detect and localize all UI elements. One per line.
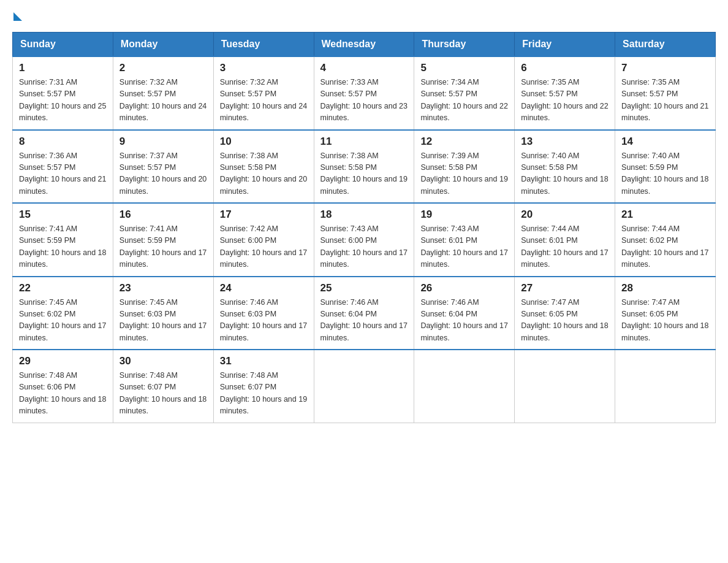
calendar-cell: 5 Sunrise: 7:34 AMSunset: 5:57 PMDayligh…	[414, 56, 515, 130]
calendar-cell: 3 Sunrise: 7:32 AMSunset: 5:57 PMDayligh…	[213, 56, 314, 130]
calendar-week-row: 22 Sunrise: 7:45 AMSunset: 6:02 PMDaylig…	[13, 277, 716, 350]
day-number: 8	[19, 136, 107, 148]
day-info: Sunrise: 7:46 AMSunset: 6:04 PMDaylight:…	[320, 297, 408, 345]
day-number: 14	[621, 136, 709, 148]
day-number: 4	[320, 62, 408, 74]
calendar-week-row: 1 Sunrise: 7:31 AMSunset: 5:57 PMDayligh…	[13, 56, 716, 130]
day-info: Sunrise: 7:31 AMSunset: 5:57 PMDaylight:…	[19, 77, 107, 124]
day-info: Sunrise: 7:32 AMSunset: 5:57 PMDaylight:…	[220, 77, 308, 124]
day-info: Sunrise: 7:43 AMSunset: 6:00 PMDaylight:…	[320, 223, 408, 271]
calendar-cell: 11 Sunrise: 7:38 AMSunset: 5:58 PMDaylig…	[314, 130, 414, 204]
day-number: 5	[420, 62, 508, 74]
day-number: 7	[621, 62, 709, 74]
day-info: Sunrise: 7:48 AMSunset: 6:07 PMDaylight:…	[220, 370, 308, 418]
calendar-cell: 2 Sunrise: 7:32 AMSunset: 5:57 PMDayligh…	[113, 56, 213, 130]
calendar-cell	[414, 350, 515, 423]
calendar-cell: 7 Sunrise: 7:35 AMSunset: 5:57 PMDayligh…	[615, 56, 716, 130]
calendar-week-row: 15 Sunrise: 7:41 AMSunset: 5:59 PMDaylig…	[13, 203, 716, 277]
day-info: Sunrise: 7:38 AMSunset: 5:58 PMDaylight:…	[320, 150, 408, 198]
day-number: 20	[521, 209, 609, 221]
day-info: Sunrise: 7:43 AMSunset: 6:01 PMDaylight:…	[420, 223, 508, 271]
calendar-cell	[314, 350, 414, 423]
day-info: Sunrise: 7:40 AMSunset: 5:59 PMDaylight:…	[621, 150, 709, 198]
day-number: 25	[320, 282, 408, 294]
header-wednesday: Wednesday	[314, 33, 414, 57]
logo-triangle-icon	[13, 12, 22, 21]
day-number: 22	[19, 282, 107, 294]
header-monday: Monday	[113, 33, 213, 57]
calendar-cell: 15 Sunrise: 7:41 AMSunset: 5:59 PMDaylig…	[13, 203, 113, 277]
header-friday: Friday	[515, 33, 615, 57]
day-number: 3	[220, 62, 308, 74]
calendar-cell: 12 Sunrise: 7:39 AMSunset: 5:58 PMDaylig…	[414, 130, 515, 204]
header-saturday: Saturday	[615, 33, 716, 57]
day-number: 17	[220, 209, 308, 221]
day-number: 27	[521, 282, 609, 294]
day-number: 19	[420, 209, 508, 221]
day-number: 24	[220, 282, 308, 294]
day-info: Sunrise: 7:42 AMSunset: 6:00 PMDaylight:…	[220, 223, 308, 271]
day-info: Sunrise: 7:32 AMSunset: 5:57 PMDaylight:…	[119, 77, 207, 124]
day-number: 2	[119, 62, 207, 74]
day-number: 31	[220, 355, 308, 367]
calendar-cell	[515, 350, 615, 423]
weekday-header-row: Sunday Monday Tuesday Wednesday Thursday…	[13, 33, 716, 57]
day-number: 12	[420, 136, 508, 148]
calendar-cell: 17 Sunrise: 7:42 AMSunset: 6:00 PMDaylig…	[213, 203, 314, 277]
day-number: 1	[19, 62, 107, 74]
calendar-cell: 1 Sunrise: 7:31 AMSunset: 5:57 PMDayligh…	[13, 56, 113, 130]
day-info: Sunrise: 7:45 AMSunset: 6:03 PMDaylight:…	[119, 297, 207, 345]
header-thursday: Thursday	[414, 33, 515, 57]
page-header	[12, 12, 716, 20]
day-number: 30	[119, 355, 207, 367]
day-number: 16	[119, 209, 207, 221]
day-info: Sunrise: 7:41 AMSunset: 5:59 PMDaylight:…	[119, 223, 207, 271]
day-number: 10	[220, 136, 308, 148]
day-info: Sunrise: 7:35 AMSunset: 5:57 PMDaylight:…	[521, 77, 609, 124]
calendar-cell: 18 Sunrise: 7:43 AMSunset: 6:00 PMDaylig…	[314, 203, 414, 277]
day-number: 9	[119, 136, 207, 148]
calendar-cell: 16 Sunrise: 7:41 AMSunset: 5:59 PMDaylig…	[113, 203, 213, 277]
day-info: Sunrise: 7:37 AMSunset: 5:57 PMDaylight:…	[119, 150, 207, 198]
day-info: Sunrise: 7:48 AMSunset: 6:07 PMDaylight:…	[119, 370, 207, 418]
calendar-cell: 4 Sunrise: 7:33 AMSunset: 5:57 PMDayligh…	[314, 56, 414, 130]
day-info: Sunrise: 7:48 AMSunset: 6:06 PMDaylight:…	[19, 370, 107, 418]
calendar-week-row: 29 Sunrise: 7:48 AMSunset: 6:06 PMDaylig…	[13, 350, 716, 423]
day-info: Sunrise: 7:34 AMSunset: 5:57 PMDaylight:…	[420, 77, 508, 124]
calendar-cell: 22 Sunrise: 7:45 AMSunset: 6:02 PMDaylig…	[13, 277, 113, 350]
day-number: 18	[320, 209, 408, 221]
day-info: Sunrise: 7:44 AMSunset: 6:02 PMDaylight:…	[621, 223, 709, 271]
calendar-cell: 26 Sunrise: 7:46 AMSunset: 6:04 PMDaylig…	[414, 277, 515, 350]
day-info: Sunrise: 7:33 AMSunset: 5:57 PMDaylight:…	[320, 77, 408, 124]
calendar-cell: 9 Sunrise: 7:37 AMSunset: 5:57 PMDayligh…	[113, 130, 213, 204]
calendar-cell: 24 Sunrise: 7:46 AMSunset: 6:03 PMDaylig…	[213, 277, 314, 350]
calendar-cell: 23 Sunrise: 7:45 AMSunset: 6:03 PMDaylig…	[113, 277, 213, 350]
day-info: Sunrise: 7:46 AMSunset: 6:04 PMDaylight:…	[420, 297, 508, 345]
day-info: Sunrise: 7:47 AMSunset: 6:05 PMDaylight:…	[621, 297, 709, 345]
day-info: Sunrise: 7:35 AMSunset: 5:57 PMDaylight:…	[621, 77, 709, 124]
calendar-cell: 6 Sunrise: 7:35 AMSunset: 5:57 PMDayligh…	[515, 56, 615, 130]
calendar-cell: 8 Sunrise: 7:36 AMSunset: 5:57 PMDayligh…	[13, 130, 113, 204]
day-info: Sunrise: 7:40 AMSunset: 5:58 PMDaylight:…	[521, 150, 609, 198]
calendar-cell: 27 Sunrise: 7:47 AMSunset: 6:05 PMDaylig…	[515, 277, 615, 350]
calendar-cell: 13 Sunrise: 7:40 AMSunset: 5:58 PMDaylig…	[515, 130, 615, 204]
day-info: Sunrise: 7:47 AMSunset: 6:05 PMDaylight:…	[521, 297, 609, 345]
day-number: 6	[521, 62, 609, 74]
calendar-table: Sunday Monday Tuesday Wednesday Thursday…	[12, 32, 716, 423]
day-info: Sunrise: 7:36 AMSunset: 5:57 PMDaylight:…	[19, 150, 107, 198]
calendar-cell: 10 Sunrise: 7:38 AMSunset: 5:58 PMDaylig…	[213, 130, 314, 204]
day-number: 21	[621, 209, 709, 221]
day-number: 23	[119, 282, 207, 294]
calendar-week-row: 8 Sunrise: 7:36 AMSunset: 5:57 PMDayligh…	[13, 130, 716, 204]
day-number: 26	[420, 282, 508, 294]
calendar-cell: 25 Sunrise: 7:46 AMSunset: 6:04 PMDaylig…	[314, 277, 414, 350]
day-number: 15	[19, 209, 107, 221]
day-number: 29	[19, 355, 107, 367]
calendar-cell: 21 Sunrise: 7:44 AMSunset: 6:02 PMDaylig…	[615, 203, 716, 277]
calendar-cell: 30 Sunrise: 7:48 AMSunset: 6:07 PMDaylig…	[113, 350, 213, 423]
day-info: Sunrise: 7:38 AMSunset: 5:58 PMDaylight:…	[220, 150, 308, 198]
logo-area	[12, 12, 22, 20]
day-number: 13	[521, 136, 609, 148]
day-number: 28	[621, 282, 709, 294]
header-tuesday: Tuesday	[213, 33, 314, 57]
